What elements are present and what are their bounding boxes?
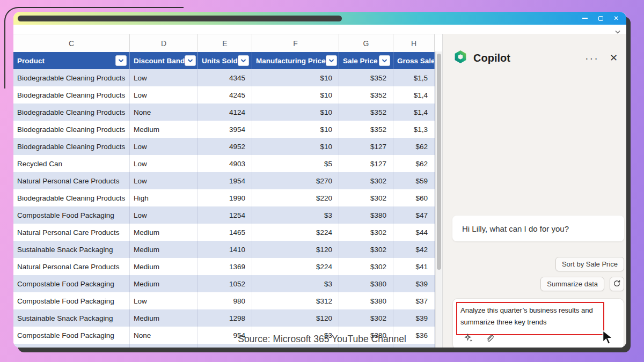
minimize-icon[interactable] — [581, 14, 589, 22]
cell-sale-price[interactable]: $302 — [339, 189, 393, 206]
copilot-input[interactable]: Analyze this quarter’s business results … — [452, 298, 624, 348]
column-letter-h[interactable]: H — [393, 34, 435, 52]
cell-manufacturing-price[interactable]: $5 — [252, 155, 339, 172]
cell-units-sold[interactable]: 4345 — [198, 69, 252, 86]
cell-sale-price[interactable]: $302 — [339, 309, 393, 327]
cell-manufacturing-price[interactable]: $224 — [252, 258, 339, 275]
cell-sale-price[interactable]: $127 — [339, 155, 393, 172]
cell-units-sold[interactable]: 3954 — [198, 121, 252, 138]
cell-manufacturing-price[interactable]: $10 — [252, 86, 339, 104]
filter-dropdown-icon[interactable] — [238, 55, 249, 66]
cell-sale-price[interactable]: $380 — [339, 292, 393, 309]
cell-manufacturing-price[interactable]: $10 — [252, 69, 339, 86]
cell-discount-band[interactable]: Medium — [130, 121, 198, 138]
maximize-icon[interactable] — [597, 14, 604, 22]
cell-product[interactable]: Compostable Food Packaging — [13, 292, 130, 309]
panel-close-icon[interactable]: ✕ — [610, 52, 618, 64]
cell-product[interactable]: Compostable Food Packaging — [13, 275, 130, 292]
cell-manufacturing-price[interactable]: $10 — [252, 104, 339, 121]
cell-units-sold[interactable]: 954 — [198, 327, 252, 344]
cell-gross-sales[interactable]: $59 — [393, 172, 435, 189]
cell-units-sold[interactable]: 1954 — [198, 172, 252, 189]
cell-manufacturing-price[interactable]: $120 — [252, 309, 339, 327]
vertical-scrollbar[interactable] — [435, 51, 442, 348]
cell-units-sold[interactable]: 1465 — [198, 224, 252, 241]
cell-sale-price[interactable]: $302 — [339, 172, 393, 189]
cell-product[interactable]: Natural Personal Care Products — [13, 172, 130, 189]
cell-units-sold[interactable]: 4124 — [198, 104, 252, 121]
cell-units-sold[interactable]: 3735 — [198, 344, 252, 348]
cell-manufacturing-price[interactable]: $270 — [252, 172, 339, 189]
prompt-sparkle-icon[interactable] — [464, 333, 473, 343]
cell-discount-band[interactable]: Low — [130, 86, 198, 104]
cell-gross-sales[interactable]: $44 — [393, 224, 435, 241]
cell-units-sold[interactable]: 1254 — [198, 206, 252, 224]
cell-manufacturing-price[interactable]: $3 — [252, 327, 339, 344]
header-cell[interactable]: Product — [13, 52, 130, 69]
cell-gross-sales[interactable]: $1,3 — [393, 121, 435, 138]
column-letter-d[interactable]: D — [130, 34, 198, 52]
cell-sale-price[interactable]: $380 — [339, 206, 393, 224]
cell-product[interactable]: Compostable Food Packaging — [13, 206, 130, 224]
close-icon[interactable]: ✕ — [612, 14, 620, 22]
cell-product[interactable]: Sustainable Snack Packaging — [13, 241, 130, 258]
column-letter-f[interactable]: F — [252, 34, 339, 52]
cell-discount-band[interactable]: Low — [130, 172, 198, 189]
cell-sale-price[interactable]: $380 — [339, 275, 393, 292]
cell-units-sold[interactable]: 1369 — [198, 258, 252, 275]
cell-product[interactable]: Natural Personal Care Products — [13, 258, 130, 275]
cell-units-sold[interactable]: 1990 — [198, 189, 252, 206]
cell-units-sold[interactable]: 4245 — [198, 86, 252, 104]
cell-manufacturing-price[interactable]: $224 — [252, 224, 339, 241]
cell-units-sold[interactable]: 1410 — [198, 241, 252, 258]
cell-gross-sales[interactable]: $6 — [393, 344, 435, 348]
cell-sale-price[interactable]: $302 — [339, 224, 393, 241]
filter-dropdown-icon[interactable] — [379, 55, 390, 66]
cell-gross-sales[interactable]: $41 — [393, 258, 435, 275]
cell-units-sold[interactable]: 4903 — [198, 155, 252, 172]
cell-product[interactable]: Biodegradable Cleaning Products — [13, 86, 130, 104]
cell-units-sold[interactable]: 4952 — [198, 138, 252, 155]
cell-gross-sales[interactable]: $62 — [393, 155, 435, 172]
cell-sale-price[interactable]: $352 — [339, 104, 393, 121]
cell-discount-band[interactable]: Low — [130, 344, 198, 348]
cell-gross-sales[interactable]: $1,5 — [393, 69, 435, 86]
cell-gross-sales[interactable]: $37 — [393, 292, 435, 309]
cell-discount-band[interactable]: Low — [130, 69, 198, 86]
summarize-data-button[interactable]: Summarize data — [540, 277, 604, 291]
cell-product[interactable]: Sustainable Snack Packaging — [13, 309, 130, 327]
cell-gross-sales[interactable]: $60 — [393, 189, 435, 206]
cell-sale-price[interactable]: $380 — [339, 327, 393, 344]
column-letter-e[interactable]: E — [198, 34, 252, 52]
column-letter-c[interactable]: C — [13, 34, 130, 52]
cell-sale-price[interactable]: $352 — [339, 121, 393, 138]
cell-product[interactable]: Biodegradable Cleaning Products — [13, 121, 130, 138]
cell-gross-sales[interactable]: $39 — [393, 275, 435, 292]
cell-discount-band[interactable]: None — [130, 104, 198, 121]
cell-sale-price[interactable]: $127 — [339, 344, 393, 348]
cell-gross-sales[interactable]: $1,4 — [393, 104, 435, 121]
filter-dropdown-icon[interactable] — [185, 55, 196, 66]
cell-sale-price[interactable]: $352 — [339, 86, 393, 104]
cell-product[interactable]: Biodegradable Cleaning Products — [13, 189, 130, 206]
cell-product[interactable]: Recycled Can — [13, 155, 130, 172]
column-letter-g[interactable]: G — [339, 34, 393, 52]
header-cell[interactable]: Units Sold — [198, 52, 252, 69]
cell-discount-band[interactable]: Low — [130, 206, 198, 224]
cell-gross-sales[interactable]: $39 — [393, 309, 435, 327]
cell-gross-sales[interactable]: $1,4 — [393, 86, 435, 104]
cell-discount-band[interactable]: Low — [130, 138, 198, 155]
cell-manufacturing-price[interactable]: $10 — [252, 121, 339, 138]
cell-discount-band[interactable]: Medium — [130, 224, 198, 241]
header-cell[interactable]: Sale Price — [339, 52, 393, 69]
cell-units-sold[interactable]: 980 — [198, 292, 252, 309]
filter-dropdown-icon[interactable] — [115, 55, 127, 66]
cell-gross-sales[interactable]: $36 — [393, 327, 435, 344]
cell-manufacturing-price[interactable]: $110 — [252, 344, 339, 348]
cell-gross-sales[interactable]: $62 — [393, 138, 435, 155]
cell-product[interactable]: Biodegradable Cleaning Products — [13, 69, 130, 86]
cell-discount-band[interactable]: None — [130, 327, 198, 344]
cell-discount-band[interactable]: Medium — [130, 309, 198, 327]
scrollbar-thumb[interactable] — [437, 54, 441, 270]
cell-sale-price[interactable]: $352 — [339, 69, 393, 86]
